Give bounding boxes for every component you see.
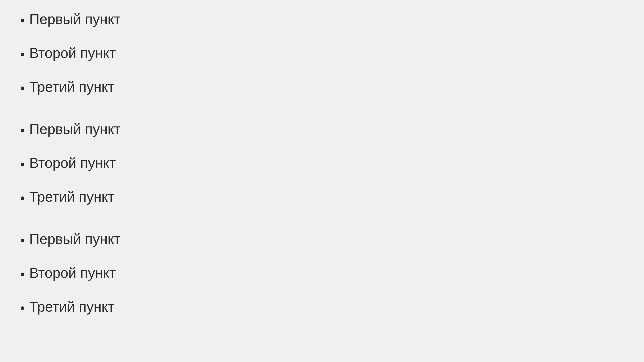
list-item: Второй пункт: [29, 262, 632, 283]
list-item: Первый пункт: [29, 8, 632, 30]
list-item: Первый пункт: [29, 228, 632, 250]
list-item: Второй пункт: [29, 42, 632, 63]
bullet-list-2: Первый пункт Второй пункт Третий пункт: [12, 118, 632, 207]
list-item: Третий пункт: [29, 186, 632, 207]
list-item: Первый пункт: [29, 118, 632, 140]
list-item: Второй пункт: [29, 152, 632, 173]
list-item: Третий пункт: [29, 76, 632, 97]
bullet-list-1: Первый пункт Второй пункт Третий пункт: [12, 8, 632, 97]
bullet-list-3: Первый пункт Второй пункт Третий пункт: [12, 228, 632, 317]
list-item: Третий пункт: [29, 296, 632, 317]
